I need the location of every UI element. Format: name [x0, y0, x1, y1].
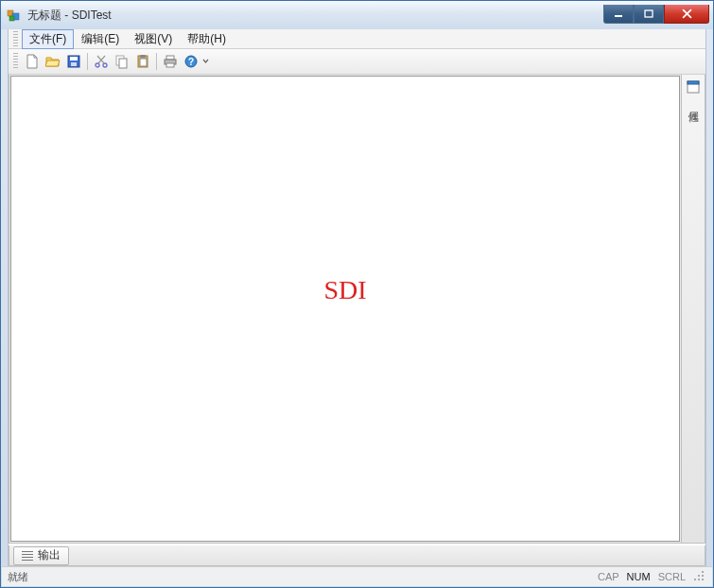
- statusbar: 就绪 CAP NUM SCRL: [2, 566, 712, 586]
- svg-rect-2: [9, 16, 14, 21]
- open-folder-icon: [45, 54, 61, 69]
- svg-point-9: [103, 63, 107, 67]
- svg-rect-7: [71, 62, 77, 66]
- output-bar: 输出: [9, 545, 705, 566]
- maximize-button[interactable]: [634, 5, 664, 24]
- app-icon: [7, 8, 22, 23]
- svg-rect-3: [615, 15, 622, 17]
- svg-rect-13: [140, 55, 146, 58]
- output-lines-icon: [22, 551, 33, 561]
- cut-scissors-icon: [94, 54, 109, 69]
- menu-edit[interactable]: 编辑(E): [74, 29, 127, 49]
- print-icon: [163, 54, 178, 69]
- side-pane-icon[interactable]: [685, 78, 702, 95]
- print-button[interactable]: [160, 51, 181, 72]
- svg-rect-21: [688, 81, 699, 84]
- status-cap: CAP: [594, 571, 623, 582]
- document-center-text: SDI: [323, 275, 366, 305]
- titlebar[interactable]: 无标题 - SDITest: [1, 1, 713, 29]
- menu-help[interactable]: 帮助(H): [180, 29, 234, 49]
- svg-rect-11: [119, 59, 127, 68]
- new-file-icon: [25, 54, 40, 69]
- app-window: 无标题 - SDITest 文件(F) 编辑(E) 视图(V) 帮助(H): [0, 0, 714, 588]
- toolbar-separator-2: [156, 53, 157, 70]
- window-icon: [686, 79, 701, 95]
- menu-file[interactable]: 文件(F): [22, 29, 74, 49]
- save-disk-icon: [66, 54, 81, 69]
- status-num: NUM: [623, 571, 654, 582]
- svg-text:?: ?: [188, 57, 194, 67]
- window-controls: [603, 5, 709, 24]
- window-title: 无标题 - SDITest: [27, 8, 112, 24]
- toolbar: ?: [9, 49, 705, 75]
- svg-rect-15: [166, 56, 174, 60]
- paste-icon: [135, 54, 150, 69]
- toolbar-grip[interactable]: [13, 53, 18, 70]
- minimize-button[interactable]: [603, 5, 634, 24]
- menu-view[interactable]: 视图(V): [127, 29, 180, 49]
- svg-point-8: [96, 63, 99, 67]
- chevron-down-icon: [202, 56, 209, 67]
- new-file-button[interactable]: [22, 51, 43, 72]
- svg-rect-4: [645, 10, 653, 17]
- copy-icon: [114, 54, 130, 69]
- paste-button[interactable]: [132, 51, 153, 72]
- status-scrl: SCRL: [654, 571, 689, 582]
- status-ready: 就绪: [8, 570, 28, 584]
- output-tab[interactable]: 输出: [13, 546, 69, 565]
- copy-button[interactable]: [112, 51, 132, 72]
- help-button[interactable]: ?: [181, 51, 201, 72]
- svg-rect-14: [140, 59, 147, 66]
- side-pane-label[interactable]: 属性: [687, 103, 701, 105]
- save-button[interactable]: [63, 51, 84, 72]
- resize-grip[interactable]: [693, 570, 706, 583]
- menubar: 文件(F) 编辑(E) 视图(V) 帮助(H): [9, 29, 705, 49]
- toolbar-separator: [87, 53, 88, 70]
- document-content: SDI: [11, 77, 679, 541]
- cut-button[interactable]: [91, 51, 112, 72]
- svg-rect-17: [166, 63, 174, 67]
- open-button[interactable]: [43, 51, 63, 72]
- output-tab-label: 输出: [38, 547, 61, 563]
- svg-rect-6: [70, 57, 78, 61]
- help-icon: ?: [183, 54, 199, 69]
- menubar-grip[interactable]: [13, 31, 18, 46]
- document-area[interactable]: SDI: [10, 76, 680, 542]
- toolbar-overflow[interactable]: [201, 56, 209, 67]
- side-pane[interactable]: 属性: [681, 75, 705, 543]
- close-button[interactable]: [664, 5, 709, 24]
- workspace: SDI 属性: [9, 74, 705, 544]
